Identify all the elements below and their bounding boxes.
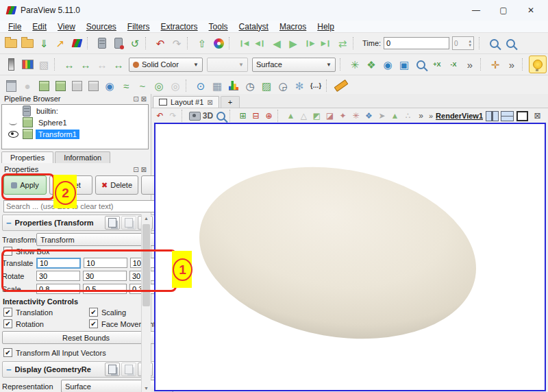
interactive-select-points-icon[interactable]: ▲ bbox=[388, 110, 401, 123]
select-cells-through-icon[interactable]: ◩ bbox=[310, 110, 323, 123]
auto-apply-icon[interactable]: ⇧ bbox=[194, 35, 210, 51]
toggle-2d3d-icon[interactable]: 3D bbox=[201, 110, 214, 123]
loop-icon[interactable]: ⇄ bbox=[334, 35, 351, 51]
set-view-plus-x-icon[interactable]: +X bbox=[429, 56, 445, 73]
zoom-to-data-icon[interactable]: ❖ bbox=[363, 56, 379, 73]
plot-over-time-icon[interactable]: ◷ bbox=[242, 77, 258, 94]
add-magnification-icon[interactable] bbox=[502, 35, 519, 51]
rescale-custom-range-icon[interactable]: ↔ bbox=[77, 56, 94, 73]
axes-overflow-icon[interactable]: » bbox=[503, 56, 520, 73]
disconnect-server-icon[interactable] bbox=[110, 35, 127, 51]
close-view-button[interactable]: ⊠ bbox=[531, 110, 544, 123]
color-by-combo[interactable]: Solid Color▼ bbox=[129, 58, 203, 72]
rescale-visible-icon[interactable]: ↔ bbox=[110, 56, 127, 73]
probe-location-icon[interactable]: ⊙ bbox=[192, 77, 209, 94]
menu-help[interactable]: Help bbox=[312, 22, 340, 32]
rescale-temporal-icon[interactable]: ↔ bbox=[94, 56, 110, 73]
view-overflow-icon[interactable]: » bbox=[414, 110, 427, 123]
interactive-select-cells-icon[interactable]: ➤ bbox=[375, 110, 388, 123]
redo-icon[interactable]: ↷ bbox=[169, 35, 185, 51]
center-axes-icon[interactable]: ✛ bbox=[487, 56, 503, 73]
contour-icon[interactable]: ● bbox=[19, 77, 36, 94]
ungroup-icon[interactable]: ◎ bbox=[167, 77, 184, 94]
pipeline-close-icon[interactable]: ⊠ bbox=[141, 95, 147, 103]
collapse-icon[interactable]: − bbox=[6, 365, 12, 375]
use-separate-color-map-icon[interactable]: ▧ bbox=[36, 56, 52, 73]
calculator-icon[interactable] bbox=[3, 77, 19, 94]
time-input[interactable] bbox=[384, 37, 449, 49]
rotation-checkbox[interactable]: ✔Rotation bbox=[3, 319, 89, 328]
reset-session-icon[interactable]: ↺ bbox=[127, 35, 143, 51]
translation-checkbox[interactable]: ✔Translation bbox=[3, 308, 89, 317]
copy-properties-button[interactable] bbox=[105, 216, 120, 230]
hover-points-icon[interactable]: ∴ bbox=[401, 110, 414, 123]
zoom-closest-to-data-icon[interactable]: ▣ bbox=[396, 56, 412, 73]
open-file-icon[interactable] bbox=[3, 35, 19, 51]
subtract-selection-icon[interactable]: ⊟ bbox=[249, 110, 262, 123]
toggle-color-legend-icon[interactable] bbox=[3, 56, 19, 73]
save-state-icon[interactable] bbox=[19, 35, 36, 51]
menu-file[interactable]: File bbox=[3, 22, 27, 32]
copy-display-button[interactable] bbox=[105, 363, 120, 376]
connect-server-icon[interactable] bbox=[94, 35, 110, 51]
eye-open-icon[interactable] bbox=[8, 131, 18, 138]
ruler-icon[interactable] bbox=[333, 77, 349, 94]
select-cells-polygon-icon[interactable]: ✦ bbox=[336, 110, 349, 123]
camera-redo-icon[interactable]: ↷ bbox=[166, 110, 179, 123]
frame-spinner[interactable]: 0▲▼ bbox=[452, 36, 474, 50]
transform-all-checkbox[interactable]: ✔ Transform All Input Vectors bbox=[3, 348, 106, 357]
adjust-camera-icon[interactable] bbox=[188, 110, 201, 123]
threshold-icon[interactable] bbox=[68, 77, 85, 94]
plot-selection-over-time-icon[interactable]: ◶ bbox=[275, 77, 291, 94]
plot-over-line-icon[interactable]: ▨ bbox=[258, 77, 275, 94]
menu-catalyst[interactable]: Catalyst bbox=[234, 22, 274, 32]
last-frame-icon[interactable]: ▶❙ bbox=[318, 35, 334, 51]
slice-icon[interactable] bbox=[52, 77, 68, 94]
programmable-filter-icon[interactable]: {…} bbox=[308, 77, 324, 94]
pipeline-item-transform1[interactable]: Transform1 bbox=[2, 128, 148, 140]
pipeline-item-builtin[interactable]: builtin: bbox=[2, 105, 148, 117]
previous-frame-icon[interactable]: ◀❙ bbox=[252, 35, 269, 51]
stream-tracer-icon[interactable]: ≈ bbox=[118, 77, 134, 94]
reset-camera-closest-icon[interactable]: ◉ bbox=[379, 56, 396, 73]
split-horizontal-button[interactable] bbox=[486, 110, 499, 123]
close-button[interactable]: ✕ bbox=[526, 5, 536, 15]
select-points-polygon-icon[interactable]: ✳ bbox=[349, 110, 362, 123]
split-vertical-button[interactable] bbox=[501, 110, 514, 123]
menu-extractors[interactable]: Extractors bbox=[155, 22, 203, 32]
view-zoom-to-box-icon[interactable] bbox=[214, 110, 227, 123]
add-layout-tab[interactable]: + bbox=[221, 96, 240, 108]
light-kit-icon[interactable] bbox=[529, 56, 547, 73]
export-scene-icon[interactable]: ↗ bbox=[52, 35, 68, 51]
pipeline-float-icon[interactable]: ⊡ bbox=[133, 95, 138, 103]
select-points-on-icon[interactable]: △ bbox=[297, 110, 310, 123]
play-icon[interactable]: ▶ bbox=[285, 35, 301, 51]
component-combo[interactable]: ▼ bbox=[207, 58, 248, 72]
rescale-data-range-icon[interactable]: ↔ bbox=[61, 56, 77, 73]
menu-edit[interactable]: Edit bbox=[27, 22, 52, 32]
select-cells-on-icon[interactable]: ▲ bbox=[284, 110, 297, 123]
glyph-icon[interactable]: ◉ bbox=[101, 77, 118, 94]
render-viewport[interactable] bbox=[154, 123, 546, 391]
undo-icon[interactable]: ↶ bbox=[152, 35, 169, 51]
properties-float-icon[interactable]: ⊡ bbox=[133, 166, 138, 173]
zoom-to-box-icon[interactable] bbox=[412, 56, 429, 73]
reverse-play-icon[interactable]: ◀ bbox=[269, 35, 285, 51]
color-map-editor-icon[interactable] bbox=[210, 35, 227, 51]
clip-icon[interactable] bbox=[36, 77, 52, 94]
paste-display-button[interactable] bbox=[121, 363, 136, 376]
menu-sources[interactable]: Sources bbox=[81, 22, 122, 32]
paste-properties-button[interactable] bbox=[121, 216, 136, 230]
maximize-button[interactable]: ▢ bbox=[499, 5, 508, 15]
group-datasets-icon[interactable]: ◎ bbox=[151, 77, 167, 94]
minimize-button[interactable]: — bbox=[471, 5, 481, 15]
representation-combo[interactable]: Surface▼ bbox=[252, 58, 336, 72]
catalyst-logo-icon[interactable] bbox=[68, 35, 85, 51]
menu-tools[interactable]: Tools bbox=[203, 22, 234, 32]
extract-subset-icon[interactable] bbox=[85, 77, 101, 94]
properties-scrollbar[interactable]: ▲ ▼ bbox=[141, 215, 151, 392]
collapse-icon[interactable]: − bbox=[6, 218, 12, 228]
toggle-selection-icon[interactable]: ⊕ bbox=[262, 110, 275, 123]
eye-closed-icon[interactable] bbox=[9, 120, 17, 125]
tab-information[interactable]: Information bbox=[55, 151, 110, 163]
